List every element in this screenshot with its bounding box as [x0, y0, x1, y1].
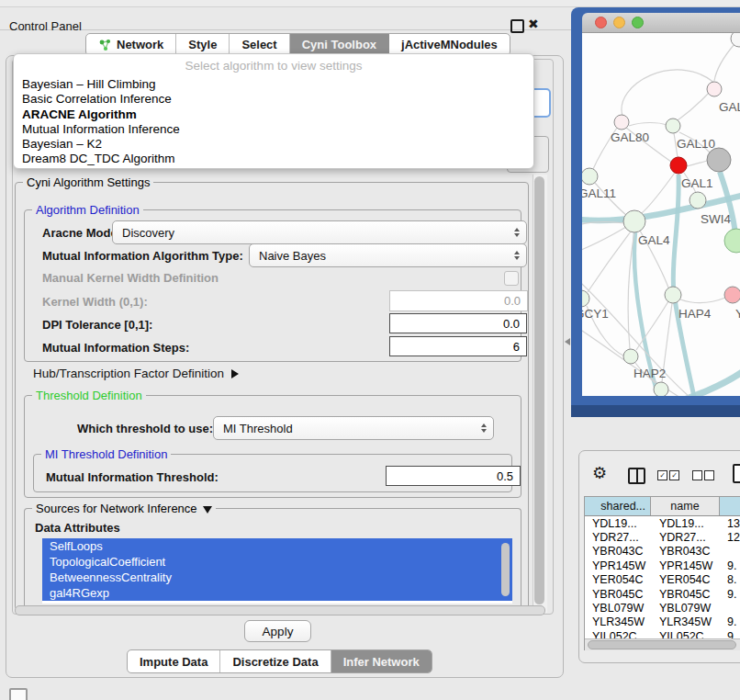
table-row[interactable]: YLR345WYLR345W9.	[585, 615, 740, 629]
window-top-strip	[0, 0, 740, 7]
table-cell: 8.	[720, 573, 740, 586]
aracne-mode-label: Aracne Mode:	[42, 226, 121, 240]
sources-group-title[interactable]: Sources for Network Inference	[32, 502, 216, 515]
network-node[interactable]	[665, 287, 681, 303]
algorithm-option[interactable]: Mutual Information Inference	[14, 122, 533, 137]
combo-arrows-icon	[514, 251, 520, 260]
hub-definition-toggle[interactable]: Hub/Transcription Factor Definition	[33, 367, 239, 380]
settings-vertical-scrollbar-thumb[interactable]	[534, 176, 544, 604]
algorithm-option[interactable]: Dream8 DC_TDC Algorithm	[14, 152, 533, 166]
cyni-bottom-tabbar: Impute Data Discretize Data Infer Networ…	[127, 649, 432, 673]
table-horizontal-scrollbar-thumb[interactable]	[588, 640, 736, 649]
kernel-width-value: 0.0	[504, 294, 521, 308]
control-panel-title: Control Panel	[9, 19, 82, 33]
which-threshold-label: Which threshold to use:	[77, 422, 213, 435]
document-icon[interactable]	[733, 464, 740, 483]
threshold-definition-title: Threshold Definition	[32, 389, 146, 402]
tab-impute-data[interactable]: Impute Data	[128, 650, 220, 672]
unchecked-checkbox-icon[interactable]	[692, 470, 702, 480]
table-row[interactable]: YPR145WYPR145W9.	[585, 559, 740, 572]
algorithm-dropdown-popup: Select algorithm to view settings Bayesi…	[13, 53, 534, 169]
network-window-titlebar[interactable]	[582, 13, 740, 33]
network-node[interactable]	[707, 148, 731, 172]
network-node[interactable]	[707, 82, 722, 96]
network-node[interactable]	[666, 119, 680, 133]
combo-arrows-icon	[514, 228, 520, 237]
tab-select[interactable]: Select	[230, 34, 289, 55]
tab-jactivemnodules[interactable]: jActiveMNodules	[389, 34, 510, 55]
dpi-tolerance-input[interactable]: 0.0	[389, 313, 527, 333]
apply-button[interactable]: Apply	[244, 620, 311, 642]
table-row[interactable]: YER054CYER054C8.	[585, 573, 740, 587]
kernel-width-label: Kernel Width (0,1):	[42, 295, 148, 309]
settings-horizontal-scrollbar[interactable]	[15, 605, 545, 615]
maximize-window-icon[interactable]	[632, 17, 644, 28]
network-node[interactable]	[614, 115, 629, 130]
algorithm-placeholder: Select algorithm to view settings	[14, 54, 533, 77]
table-row[interactable]: YBR043CYBR043C	[585, 545, 740, 559]
column-layout-icon[interactable]	[628, 468, 645, 484]
unchecked-checkbox-icon[interactable]	[704, 470, 714, 480]
algorithm-option[interactable]: Bayesian – Hill Climbing	[14, 77, 533, 92]
tab-cyni-toolbox[interactable]: Cyni Toolbox	[290, 34, 389, 55]
mi-steps-label: Mutual Information Steps:	[42, 341, 189, 355]
attributes-scrollbar[interactable]	[501, 543, 510, 596]
data-attribute-item[interactable]: gal4RGexp	[42, 585, 512, 601]
grid-mode-icon[interactable]	[9, 688, 28, 700]
network-node[interactable]	[670, 157, 687, 174]
table-row[interactable]: YBR045CYBR045C9.	[585, 587, 740, 601]
aracne-mode-combo[interactable]: Discovery	[112, 220, 527, 244]
close-panel-icon[interactable]: ✖	[528, 17, 539, 31]
table-cell: YBR043C	[585, 545, 651, 558]
minimize-window-icon[interactable]	[613, 17, 625, 28]
data-attributes-list[interactable]: SelfLoopsTopologicalCoefficientBetweenne…	[42, 538, 512, 604]
mi-type-combo[interactable]: Naive Bayes	[249, 243, 527, 267]
tab-discretize-data[interactable]: Discretize Data	[220, 650, 331, 672]
network-node[interactable]	[582, 168, 598, 185]
tab-style[interactable]: Style	[176, 34, 230, 55]
data-attribute-item[interactable]: TopologicalCoefficient	[42, 554, 512, 570]
data-attribute-item[interactable]: SelfLoops	[42, 538, 512, 554]
splitter-collapse-arrow[interactable]	[565, 338, 570, 345]
network-canvas[interactable]: GALGAL80GAL10GAL1GAL11SWI4GAL4GCY1HAP4YH…	[582, 33, 740, 396]
dpi-tolerance-value: 0.0	[503, 317, 520, 331]
network-node[interactable]	[582, 290, 589, 307]
network-node[interactable]	[690, 192, 706, 209]
tab-infer-network[interactable]: Infer Network	[331, 650, 432, 672]
network-node-label: Y	[735, 307, 740, 321]
column-header-extra[interactable]	[720, 497, 740, 515]
network-node[interactable]	[654, 382, 668, 396]
tab-jactivemnodules-label: jActiveMNodules	[401, 38, 498, 51]
close-window-icon[interactable]	[595, 17, 607, 28]
float-panel-icon[interactable]	[510, 19, 524, 33]
column-header-name[interactable]: name	[651, 497, 720, 515]
table-settings-gear-icon[interactable]: ⚙	[592, 465, 607, 481]
table-row[interactable]: YBL079WYBL079W	[585, 601, 740, 615]
mi-threshold-input[interactable]: 0.5	[386, 466, 521, 486]
table-row[interactable]: YDR27...YDR27...12	[585, 530, 740, 544]
table-header-row: shared... name	[585, 497, 740, 516]
tab-network[interactable]: Network	[86, 34, 176, 55]
checked-checkbox-icon[interactable]: ✓	[657, 470, 667, 480]
algorithm-option[interactable]: ARACNE Algorithm	[14, 107, 533, 122]
network-node[interactable]	[623, 210, 645, 232]
data-attribute-item[interactable]: BetweennessCentrality	[42, 570, 512, 585]
table-row[interactable]: YDL19...YDL19...13	[585, 516, 740, 530]
network-node[interactable]	[623, 349, 638, 364]
checked-checkbox-icon[interactable]: ✓	[669, 470, 679, 480]
table-cell: YPR145W	[585, 559, 651, 572]
algorithm-definition-title: Algorithm Definition	[32, 203, 143, 217]
which-threshold-combo[interactable]: MI Threshold	[213, 416, 494, 440]
sources-title-label: Sources for Network Inference	[36, 502, 197, 515]
algorithm-option[interactable]: Basic Correlation Inference	[14, 92, 533, 107]
network-node[interactable]	[724, 229, 740, 253]
algorithm-option[interactable]: Bayesian – K2	[14, 137, 533, 152]
table-cell: YBL079W	[651, 602, 720, 615]
manual-kernel-checkbox[interactable]	[504, 271, 519, 286]
dpi-tolerance-label: DPI Tolerance [0,1]:	[42, 318, 152, 332]
mi-steps-input[interactable]: 6	[389, 336, 527, 356]
network-view-window: GALGAL80GAL10GAL1GAL11SWI4GAL4GCY1HAP4YH…	[571, 7, 740, 405]
network-node[interactable]	[724, 287, 740, 303]
column-header-shared[interactable]: shared...	[585, 497, 651, 515]
network-node[interactable]	[731, 33, 740, 47]
